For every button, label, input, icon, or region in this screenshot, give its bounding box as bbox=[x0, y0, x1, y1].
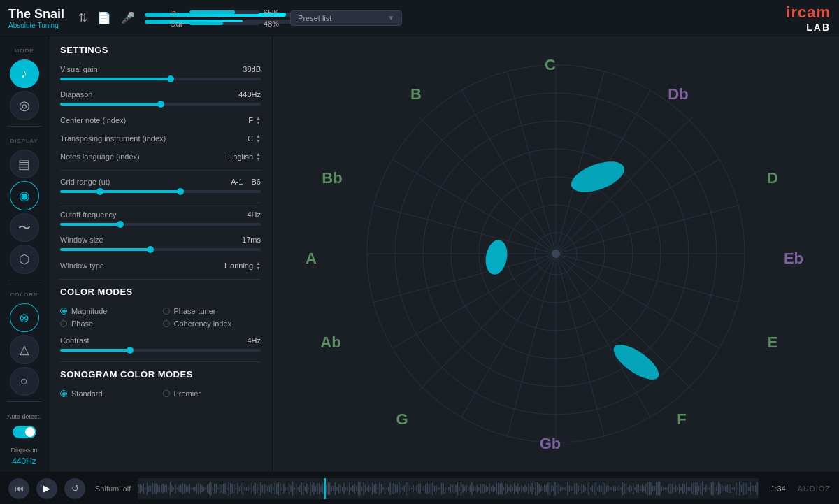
svg-rect-261 bbox=[557, 485, 558, 492]
svg-rect-102 bbox=[275, 482, 276, 494]
snail-svg: C B Db Bb D A Eb Ab E G F Gb bbox=[273, 36, 839, 472]
svg-rect-138 bbox=[338, 484, 340, 494]
svg-rect-103 bbox=[276, 483, 278, 494]
cutoff-slider[interactable] bbox=[60, 223, 261, 226]
app-title: The Snail Absolute Tuning bbox=[8, 7, 64, 29]
svg-rect-300 bbox=[626, 482, 627, 494]
settings-panel: SETTINGS Visual gain 38dB Diapason 440Hz bbox=[49, 36, 273, 472]
window-size-slider[interactable] bbox=[60, 248, 261, 251]
premier-option[interactable]: Premier bbox=[163, 389, 261, 398]
svg-rect-350 bbox=[715, 482, 716, 494]
svg-rect-40 bbox=[164, 484, 166, 492]
svg-rect-331 bbox=[681, 487, 682, 490]
transport-bar: ⏮ ▶ ↺ Shifumi.aif 1:34 AUDIOZ bbox=[0, 472, 839, 504]
loop-button[interactable]: ↺ bbox=[64, 478, 85, 499]
svg-rect-297 bbox=[621, 487, 622, 489]
svg-rect-74 bbox=[225, 483, 227, 494]
sidebar-color-circle[interactable]: ○ bbox=[10, 367, 39, 396]
window-type-row: Window type Hanning ▲▼ bbox=[60, 261, 261, 271]
phase-tuner-option[interactable]: Phase-tuner bbox=[163, 307, 261, 315]
svg-rect-340 bbox=[697, 482, 698, 494]
svg-rect-291 bbox=[610, 487, 611, 489]
play-button[interactable]: ▶ bbox=[36, 478, 57, 499]
window-size-value: 17ms bbox=[242, 236, 261, 244]
auto-detect-toggle[interactable] bbox=[13, 426, 36, 438]
svg-rect-255 bbox=[546, 484, 547, 492]
svg-rect-318 bbox=[658, 482, 659, 495]
svg-rect-325 bbox=[671, 483, 672, 494]
svg-rect-94 bbox=[260, 482, 261, 495]
svg-rect-71 bbox=[220, 484, 221, 492]
svg-rect-295 bbox=[617, 487, 618, 491]
svg-rect-370 bbox=[750, 482, 752, 495]
svg-rect-239 bbox=[517, 483, 519, 493]
sidebar-display-snail[interactable]: ◉ bbox=[10, 181, 39, 210]
svg-rect-286 bbox=[601, 485, 603, 492]
sidebar-color-palette[interactable]: ⊗ bbox=[10, 303, 39, 332]
svg-rect-226 bbox=[494, 487, 496, 491]
sidebar-display-wave[interactable]: 〜 bbox=[10, 213, 39, 242]
standard-option[interactable]: Standard bbox=[60, 389, 159, 398]
svg-rect-128 bbox=[321, 484, 322, 492]
sonogram-mode-group: Standard Premier bbox=[60, 389, 261, 398]
mic-icon[interactable]: 🎤 bbox=[121, 11, 135, 24]
svg-rect-32 bbox=[150, 485, 152, 491]
diapason-slider[interactable] bbox=[60, 103, 261, 106]
center-note-select[interactable]: F ▲▼ bbox=[248, 115, 261, 125]
svg-rect-294 bbox=[615, 486, 617, 491]
notes-lang-select[interactable]: English ▲▼ bbox=[228, 152, 261, 161]
svg-rect-301 bbox=[628, 487, 629, 490]
magnitude-option[interactable]: Magnitude bbox=[60, 307, 159, 315]
contrast-label: Contrast bbox=[60, 336, 89, 345]
svg-rect-198 bbox=[445, 484, 446, 493]
svg-rect-150 bbox=[360, 482, 361, 495]
sidebar-mode-tuner[interactable]: ◎ bbox=[10, 91, 39, 120]
svg-rect-81 bbox=[237, 482, 238, 494]
svg-rect-164 bbox=[385, 483, 386, 494]
svg-rect-258 bbox=[552, 485, 553, 492]
svg-rect-288 bbox=[605, 482, 606, 494]
svg-rect-77 bbox=[230, 482, 231, 494]
sidebar-display-hex[interactable]: ⬡ bbox=[10, 245, 39, 273]
svg-rect-307 bbox=[638, 484, 640, 492]
visual-gain-slider[interactable] bbox=[60, 78, 261, 80]
svg-rect-268 bbox=[569, 485, 571, 491]
file-icon[interactable]: 📄 bbox=[97, 11, 111, 24]
svg-rect-127 bbox=[319, 482, 320, 494]
colors-label: COLORS bbox=[10, 291, 38, 298]
svg-rect-84 bbox=[243, 482, 244, 494]
transposing-select[interactable]: C ▲▼ bbox=[248, 134, 261, 143]
svg-rect-372 bbox=[754, 485, 755, 491]
visual-gain-label: Visual gain bbox=[60, 65, 98, 73]
svg-rect-148 bbox=[356, 486, 357, 491]
cutoff-value: 4Hz bbox=[247, 210, 261, 219]
svg-rect-363 bbox=[738, 487, 739, 489]
svg-rect-342 bbox=[701, 483, 702, 494]
rewind-button[interactable]: ⏮ bbox=[8, 478, 29, 499]
window-type-select[interactable]: Hanning ▲▼ bbox=[224, 261, 261, 271]
sidebar-mode-music[interactable]: ♪ bbox=[10, 59, 39, 88]
contrast-slider[interactable] bbox=[60, 349, 261, 352]
transposing-row: Transposing instrument (index) C ▲▼ bbox=[60, 134, 261, 143]
phase-option[interactable]: Phase bbox=[60, 319, 159, 328]
sidebar-color-triangle[interactable]: △ bbox=[10, 335, 39, 363]
sidebar-display-bars[interactable]: ▤ bbox=[10, 150, 39, 178]
svg-rect-135 bbox=[333, 485, 334, 491]
svg-rect-354 bbox=[722, 484, 723, 491]
svg-rect-82 bbox=[239, 486, 241, 491]
coherency-option[interactable]: Coherency index bbox=[163, 319, 261, 328]
svg-rect-132 bbox=[328, 482, 329, 494]
output-label: Out bbox=[170, 20, 185, 28]
preset-dropdown[interactable]: Preset list ▼ bbox=[290, 10, 402, 26]
settings-icon[interactable]: ⇅ bbox=[78, 11, 87, 24]
svg-rect-329 bbox=[677, 487, 679, 490]
svg-rect-86 bbox=[246, 486, 248, 490]
grid-range-slider[interactable] bbox=[60, 190, 261, 193]
waveform-area[interactable] bbox=[138, 478, 759, 499]
svg-rect-328 bbox=[675, 484, 677, 491]
svg-rect-182 bbox=[417, 485, 418, 492]
svg-rect-35 bbox=[156, 483, 157, 494]
svg-rect-197 bbox=[443, 482, 445, 494]
svg-rect-214 bbox=[473, 486, 475, 491]
svg-rect-243 bbox=[525, 484, 526, 492]
